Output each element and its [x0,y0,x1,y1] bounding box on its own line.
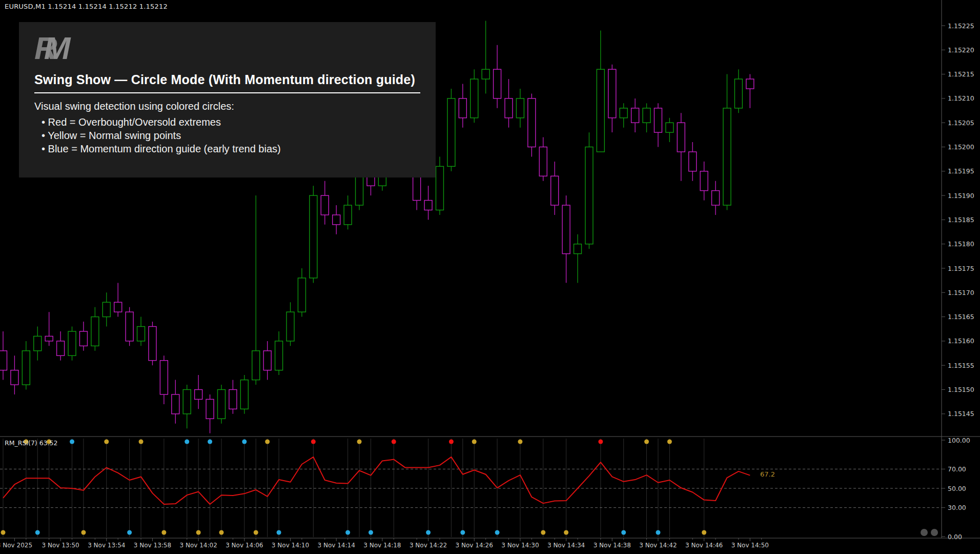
info-title: Swing Show — Circle Mode (With Momentum … [34,72,420,87]
swing-dot-top-red [311,440,316,444]
price-axis-label: 1.15225 [948,22,974,30]
time-axis-label: 3 Nov 2025 [0,542,32,549]
candle-bear [172,394,179,414]
candle-bull [287,312,294,341]
candle-bear [229,390,237,409]
time-axis-label: 3 Nov 14:50 [731,542,769,549]
price-axis-label: 1.15210 [948,94,974,102]
swing-dot-top-yellow [667,440,672,444]
price-axis-label: 1.15150 [948,386,974,393]
candle-bull [471,79,478,118]
time-axis-label: 3 Nov 14:30 [501,542,539,549]
candle-bear [528,98,536,147]
candle-bull [585,147,593,244]
candle-bull [344,205,352,225]
price-axis-label: 1.15145 [948,410,974,418]
price-axis-label: 1.15220 [948,46,974,54]
legend-red-bullet: • Red = Overbought/Oversold extremes [42,115,420,129]
price-axis-label: 1.15190 [948,192,974,200]
time-axis-label: 3 Nov 14:18 [363,542,401,549]
time-axis-label: 3 Nov 14:26 [456,542,493,549]
swing-dot-top-yellow [104,440,109,444]
swing-dot-bottom-blue [426,530,431,535]
swing-dot-top-blue [70,440,74,444]
candle-bull [620,108,627,118]
price-axis-label: 1.15155 [948,362,974,369]
time-axis-label: 3 Nov 14:10 [272,542,309,549]
gray-dot-left [921,529,928,536]
indicator-info-panel: RM Swing Show — Circle Mode (With Moment… [19,22,436,177]
price-axis-label: 1.15165 [948,313,974,321]
candle-bear [45,336,53,341]
candle-bear [424,201,432,210]
swing-dot-bottom-blue [35,530,40,535]
swing-dot-bottom-blue [621,530,626,535]
price-axis-label: 1.15160 [948,337,974,345]
swing-dot-top-blue [208,440,212,444]
candle-bull [137,327,145,341]
candle-bear [608,69,616,118]
price-axis-label: 1.15185 [948,216,974,224]
swing-dot-top-yellow [265,440,270,444]
candle-bull [310,195,317,278]
swing-dot-bottom-yellow [161,530,166,535]
candle-bull [436,166,443,210]
candle-bear [57,341,65,355]
time-axis-label: 3 Nov 13:50 [42,542,79,549]
swing-dot-bottom-blue [127,530,132,535]
candle-bull [252,351,260,380]
rsi-axis-label: 0.00 [948,533,962,541]
swing-dot-top-yellow [472,440,477,444]
time-axis-label: 3 Nov 14:42 [639,542,677,549]
swing-dot-bottom-blue [369,530,373,535]
candle-bear [494,69,501,98]
rsi-axis-label: 70.00 [948,465,966,473]
candle-bull [723,108,731,205]
candle-bear [505,98,513,118]
price-axis-label: 1.15180 [948,240,974,248]
time-axis-label: 3 Nov 14:02 [180,542,217,549]
candle-bear [689,152,697,171]
candle-bear [746,79,754,89]
swing-dot-bottom-yellow [1,530,6,535]
candle-bear [263,351,271,370]
candle-bull [275,341,283,370]
price-axis-label: 1.15205 [948,119,974,127]
candle-bull [34,336,42,350]
swing-dot-bottom-blue [345,530,350,535]
swing-dot-bottom-yellow [196,530,201,535]
swing-dot-top-red [598,440,603,444]
candle-bull [217,390,225,419]
time-axis-label: 3 Nov 13:54 [88,542,125,549]
candle-bear [459,98,466,118]
swing-dot-top-yellow [139,440,144,444]
swing-dot-bottom-blue [460,530,465,535]
time-axis-label: 3 Nov 14:34 [547,542,585,549]
price-axis-label: 1.15175 [948,265,974,272]
swing-dot-bottom-blue [495,530,500,535]
candle-bull [666,123,673,132]
candle-bull [240,380,248,409]
candle-bull [643,108,650,123]
swing-dot-top-yellow [518,440,522,444]
candle-bear [539,147,547,176]
swing-dot-top-blue [242,440,247,444]
swing-dot-top-yellow [357,440,362,444]
candle-bear [654,108,662,132]
candle-bear [149,327,156,361]
candle-bull [516,98,524,118]
candle-bear [206,399,214,419]
candle-bull [68,331,76,355]
rsi-indicator-label: RM_RSI(7) 63.52 [5,439,58,447]
rsi-current-value-tag: 67.2 [760,470,775,478]
rsi-axis-label: 30.00 [948,504,966,511]
candle-bear [712,191,720,205]
candle-bull [734,79,742,108]
swing-dot-bottom-yellow [219,530,223,535]
candle-bear [631,108,639,123]
candle-bear [333,215,340,225]
swing-dot-bottom-yellow [541,530,545,535]
terminal-window: 1.152251.152201.152151.152101.152051.152… [0,0,980,554]
candle-bull [447,98,455,166]
time-axis-label: 3 Nov 14:38 [594,542,631,549]
